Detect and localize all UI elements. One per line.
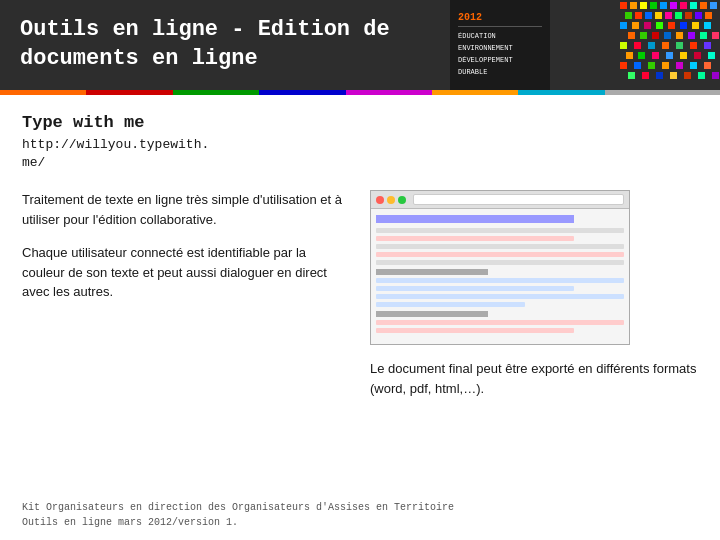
panel-line-4: DURABLE: [458, 68, 542, 78]
svg-rect-62: [712, 72, 719, 79]
svg-rect-52: [662, 62, 669, 69]
svg-rect-5: [670, 2, 677, 9]
svg-rect-12: [645, 12, 652, 19]
svg-rect-59: [670, 72, 677, 79]
svg-rect-6: [680, 2, 687, 9]
svg-rect-39: [676, 42, 683, 49]
svg-rect-45: [666, 52, 673, 59]
svg-rect-30: [664, 32, 671, 39]
footer-line-1: Kit Organisateurs en direction des Organ…: [22, 500, 698, 515]
left-column: Traitement de texte en ligne très simple…: [22, 190, 350, 398]
mock-section-title: [376, 269, 488, 275]
section-title: Type with me: [22, 113, 698, 132]
header-right-panel: 2012 ÉDUCATION ENVIRONNEMENT DÉVELOPPEME…: [450, 0, 550, 90]
svg-rect-2: [640, 2, 647, 9]
svg-rect-56: [628, 72, 635, 79]
svg-rect-24: [680, 22, 687, 29]
panel-line-3: DÉVELOPPEMENT: [458, 56, 542, 66]
svg-rect-20: [632, 22, 639, 29]
svg-rect-29: [652, 32, 659, 39]
browser-btn-max: [398, 196, 406, 204]
svg-rect-41: [704, 42, 711, 49]
svg-rect-33: [700, 32, 707, 39]
svg-rect-57: [642, 72, 649, 79]
svg-rect-49: [620, 62, 627, 69]
svg-rect-51: [648, 62, 655, 69]
svg-rect-7: [690, 2, 697, 9]
svg-rect-22: [656, 22, 663, 29]
svg-rect-35: [620, 42, 627, 49]
svg-rect-0: [620, 2, 627, 9]
header: Outils en ligne - Edition de documents e…: [0, 0, 720, 90]
svg-rect-46: [680, 52, 687, 59]
mock-line: [376, 244, 624, 249]
mock-blue-line: [376, 286, 574, 291]
svg-rect-53: [676, 62, 683, 69]
screenshot-mockup: [370, 190, 630, 345]
mock-title-bar: [376, 215, 574, 223]
svg-rect-27: [628, 32, 635, 39]
svg-rect-9: [710, 2, 717, 9]
svg-rect-11: [635, 12, 642, 19]
mock-highlight-line: [376, 236, 574, 241]
svg-rect-47: [694, 52, 701, 59]
section-url: http://willyou.typewith.me/: [22, 136, 698, 172]
svg-rect-31: [676, 32, 683, 39]
svg-rect-50: [634, 62, 641, 69]
svg-rect-16: [685, 12, 692, 19]
panel-year: 2012: [458, 12, 542, 23]
svg-rect-32: [688, 32, 695, 39]
mock-highlight-line: [376, 320, 624, 325]
description-1: Traitement de texte en ligne très simple…: [22, 190, 350, 229]
header-decoration: [520, 0, 720, 90]
svg-rect-17: [695, 12, 702, 19]
svg-rect-54: [690, 62, 697, 69]
svg-rect-61: [698, 72, 705, 79]
browser-btn-min: [387, 196, 395, 204]
svg-rect-4: [660, 2, 667, 9]
main-content: Type with me http://willyou.typewith.me/…: [0, 95, 720, 408]
panel-separator: [458, 26, 542, 27]
svg-rect-10: [625, 12, 632, 19]
svg-rect-19: [620, 22, 627, 29]
svg-rect-8: [700, 2, 707, 9]
header-title-line1: Outils en ligne - Edition de: [20, 17, 390, 42]
footer: Kit Organisateurs en direction des Organ…: [22, 500, 698, 530]
svg-rect-23: [668, 22, 675, 29]
export-text: Le document final peut être exporté en d…: [370, 359, 698, 398]
header-title: Outils en ligne - Edition de documents e…: [20, 16, 390, 73]
svg-rect-3: [650, 2, 657, 9]
mock-line: [376, 260, 624, 265]
mock-highlight-line: [376, 252, 624, 257]
svg-rect-13: [655, 12, 662, 19]
svg-rect-26: [704, 22, 711, 29]
mock-blue-line: [376, 294, 624, 299]
svg-rect-18: [705, 12, 712, 19]
browser-btn-close: [376, 196, 384, 204]
svg-rect-14: [665, 12, 672, 19]
svg-rect-34: [712, 32, 719, 39]
two-column-layout: Traitement de texte en ligne très simple…: [22, 190, 698, 398]
footer-line-2: Outils en ligne mars 2012/version 1.: [22, 515, 698, 530]
mock-browser-bar: [371, 191, 629, 209]
svg-rect-40: [690, 42, 697, 49]
svg-rect-42: [626, 52, 633, 59]
mock-blue-line: [376, 302, 525, 307]
mock-section-2: [376, 311, 624, 333]
panel-line-1: ÉDUCATION: [458, 32, 542, 42]
svg-rect-44: [652, 52, 659, 59]
right-column: Le document final peut être exporté en d…: [370, 190, 698, 398]
mock-line: [376, 228, 624, 233]
header-title-line2: documents en ligne: [20, 46, 258, 71]
svg-rect-36: [634, 42, 641, 49]
description-2: Chaque utilisateur connecté est identifi…: [22, 243, 350, 302]
mock-blue-line: [376, 278, 624, 283]
svg-rect-25: [692, 22, 699, 29]
svg-rect-37: [648, 42, 655, 49]
panel-line-2: ENVIRONNEMENT: [458, 44, 542, 54]
mock-section: [376, 269, 624, 307]
svg-rect-60: [684, 72, 691, 79]
svg-rect-58: [656, 72, 663, 79]
svg-rect-55: [704, 62, 711, 69]
svg-rect-48: [708, 52, 715, 59]
